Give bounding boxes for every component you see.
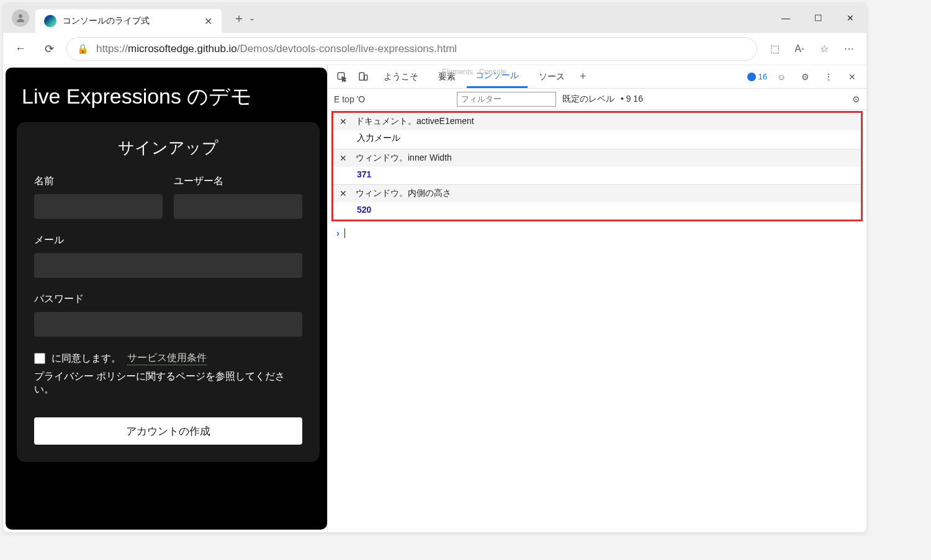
app-icon[interactable]: ⬚ (763, 38, 786, 60)
maximize-button[interactable]: ☐ (802, 3, 834, 33)
tab-sources[interactable]: ソース (530, 66, 573, 88)
log-level-label[interactable]: 既定のレベル • 9 16 (562, 94, 643, 105)
device-icon[interactable] (354, 68, 372, 86)
url-field[interactable]: 🔒 https://microsoftedge.github.io/Demos/… (66, 37, 757, 61)
live-expression-text[interactable]: ドキュメント。activeE1ement (356, 116, 474, 127)
live-remove-icon[interactable]: ✕ (340, 153, 349, 163)
browser-window: コンソールのライブ式 ✕ ＋ ⌄ ― ☐ ✕ ← ⟳ 🔒 https://mic… (2, 2, 867, 533)
signup-heading: サインアップ (34, 137, 302, 159)
issues-badge[interactable]: 16 (747, 72, 767, 81)
tos-link[interactable]: サービス使用条件 (127, 352, 207, 365)
console-settings-icon[interactable]: ⚙ (852, 94, 860, 104)
back-button[interactable]: ← (9, 38, 32, 60)
tab-dropdown-icon[interactable]: ⌄ (249, 14, 255, 22)
settings-icon[interactable]: ⚙ (796, 68, 814, 86)
user-icon (15, 12, 26, 24)
agree-checkbox[interactable] (34, 353, 45, 364)
name-input[interactable] (34, 194, 163, 219)
live-expression-value: 入力メール (357, 133, 400, 143)
console-prompt[interactable]: › (328, 223, 866, 243)
more-icon[interactable]: ⋯ (838, 38, 860, 60)
tab-close-icon[interactable]: ✕ (203, 16, 213, 26)
email-label: メール (34, 234, 302, 247)
agree-text: に同意します。 (52, 352, 121, 365)
live-remove-icon[interactable]: ✕ (340, 117, 349, 127)
live-expression-text[interactable]: ウィンドウ。内側の高さ (356, 188, 451, 199)
kebab-icon[interactable]: ⋮ (819, 68, 838, 86)
feedback-icon[interactable]: ☺ (772, 68, 791, 86)
svg-point-0 (19, 14, 22, 18)
demo-page: Live Expressions のデモ サインアップ 名前 ユーザー名 メール (6, 68, 327, 530)
new-tab-button[interactable]: ＋ (230, 10, 248, 27)
password-input[interactable] (34, 312, 302, 337)
close-window-button[interactable]: ✕ (834, 3, 866, 33)
live-expression-row: ✕ ドキュメント。activeE1ement 入力メール (333, 113, 861, 149)
live-expressions-box: ✕ ドキュメント。activeE1ement 入力メール ✕ ウィンドウ。inn… (331, 111, 863, 221)
issues-count: 16 (758, 72, 767, 81)
email-input[interactable] (34, 253, 302, 278)
username-input[interactable] (174, 194, 302, 219)
tab-title: コンソールのライブ式 (63, 16, 197, 27)
live-expression-row: ✕ ウィンドウ。内側の高さ 520 (333, 185, 861, 220)
password-label: パスワード (34, 293, 302, 306)
minimize-button[interactable]: ― (770, 3, 802, 33)
prompt-chevron-icon: › (336, 228, 340, 238)
filter-input[interactable] (457, 92, 556, 107)
url-prefix: https:// (96, 43, 128, 55)
live-expression-text[interactable]: ウィンドウ。inner Width (356, 153, 452, 164)
svg-rect-2 (359, 73, 364, 80)
tab-welcome[interactable]: ようこそ (375, 66, 427, 88)
lock-icon: 🔒 (77, 43, 89, 55)
close-devtools-icon[interactable]: ✕ (843, 68, 861, 86)
live-expression-value: 371 (357, 169, 371, 179)
devtools-tabbar: ようこそ Elements 要素 Console コンソール ソース + 16 … (328, 65, 866, 89)
svg-rect-3 (364, 75, 367, 80)
devtools-panel: ようこそ Elements 要素 Console コンソール ソース + 16 … (327, 65, 866, 532)
refresh-button[interactable]: ⟳ (38, 38, 60, 60)
browser-tab[interactable]: コンソールのライブ式 ✕ (35, 9, 222, 33)
edge-favicon (44, 15, 56, 27)
titlebar: コンソールのライブ式 ✕ ＋ ⌄ ― ☐ ✕ (3, 3, 866, 33)
prompt-cursor (344, 228, 345, 238)
name-label: 名前 (34, 175, 163, 188)
live-remove-icon[interactable]: ✕ (340, 189, 349, 198)
window-controls: ― ☐ ✕ (770, 3, 866, 33)
live-expression-value: 520 (357, 205, 371, 215)
url-host: microsoftedge.github.io (128, 43, 237, 55)
url-path: /Demos/devtools-console/live-expressions… (237, 43, 457, 55)
inspect-icon[interactable] (333, 68, 351, 86)
console-toolbar: E top 'O 既定のレベル • 9 16 ⚙ (328, 89, 866, 110)
tab-console-ghost: Console (470, 65, 515, 83)
address-bar: ← ⟳ 🔒 https://microsoftedge.github.io/De… (3, 33, 866, 65)
issues-dot-icon (747, 73, 756, 81)
execution-context[interactable]: E top 'O (334, 94, 451, 104)
tab-add-icon[interactable]: + (576, 70, 590, 83)
username-label: ユーザー名 (174, 175, 302, 188)
favorite-icon[interactable]: ☆ (813, 38, 835, 60)
page-title: Live Expressions のデモ (22, 82, 315, 111)
policy-note: プライバシー ポリシーに関するページを参照してください。 (34, 370, 302, 396)
create-account-button[interactable]: アカウントの作成 (34, 417, 302, 445)
signup-card: サインアップ 名前 ユーザー名 メール (17, 122, 320, 462)
content-area: Live Expressions のデモ サインアップ 名前 ユーザー名 メール (3, 65, 866, 532)
read-aloud-icon[interactable]: A» (788, 38, 811, 60)
profile-avatar[interactable] (12, 9, 29, 27)
live-expression-row: ✕ ウィンドウ。inner Width 371 (333, 149, 861, 185)
